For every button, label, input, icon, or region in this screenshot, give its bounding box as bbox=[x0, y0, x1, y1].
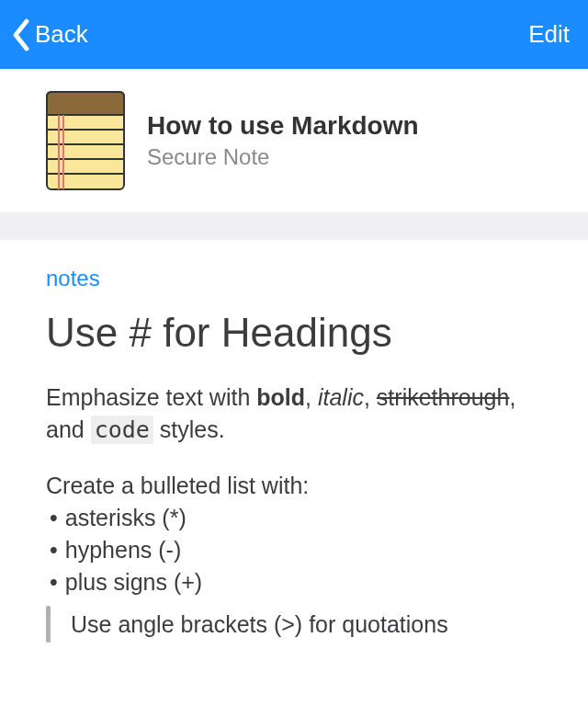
notepad-icon bbox=[46, 91, 125, 190]
list-item: asterisks (*) bbox=[46, 502, 542, 534]
emphasis-text: Emphasize text with bold, italic, strike… bbox=[46, 381, 542, 446]
back-label: Back bbox=[35, 20, 88, 49]
bold-sample: bold bbox=[256, 384, 305, 410]
chevron-left-icon bbox=[11, 18, 31, 51]
italic-sample: italic bbox=[318, 384, 364, 410]
list-item: hyphens (-) bbox=[46, 534, 542, 566]
strike-sample: strikethrough bbox=[377, 384, 510, 410]
list-item: plus signs (+) bbox=[46, 566, 542, 598]
navbar: Back Edit bbox=[0, 0, 588, 69]
code-sample: code bbox=[91, 416, 153, 444]
emphasis-sep: , bbox=[305, 384, 318, 410]
title-block: How to use Markdown Secure Note bbox=[147, 111, 419, 170]
list-intro: Create a bulleted list with: bbox=[46, 470, 542, 502]
section-divider bbox=[0, 212, 588, 240]
note-title: How to use Markdown bbox=[147, 111, 419, 141]
back-button[interactable]: Back bbox=[11, 18, 88, 51]
section-label: notes bbox=[46, 266, 542, 291]
bullet-list: asterisks (*) hyphens (-) plus signs (+) bbox=[46, 502, 542, 598]
blockquote-text: Use angle brackets (>) for quotations bbox=[71, 611, 448, 638]
blockquote-bar bbox=[46, 606, 51, 643]
blockquote: Use angle brackets (>) for quotations bbox=[46, 606, 542, 643]
note-header: How to use Markdown Secure Note bbox=[0, 69, 588, 212]
emphasis-pre: Emphasize text with bbox=[46, 384, 256, 410]
note-subtitle: Secure Note bbox=[147, 144, 419, 170]
emphasis-sep: , bbox=[364, 384, 377, 410]
markdown-heading: Use # for Headings bbox=[46, 310, 542, 356]
note-content: notes Use # for Headings Emphasize text … bbox=[0, 240, 588, 643]
edit-button[interactable]: Edit bbox=[528, 20, 577, 49]
emphasis-post: styles. bbox=[153, 416, 225, 442]
